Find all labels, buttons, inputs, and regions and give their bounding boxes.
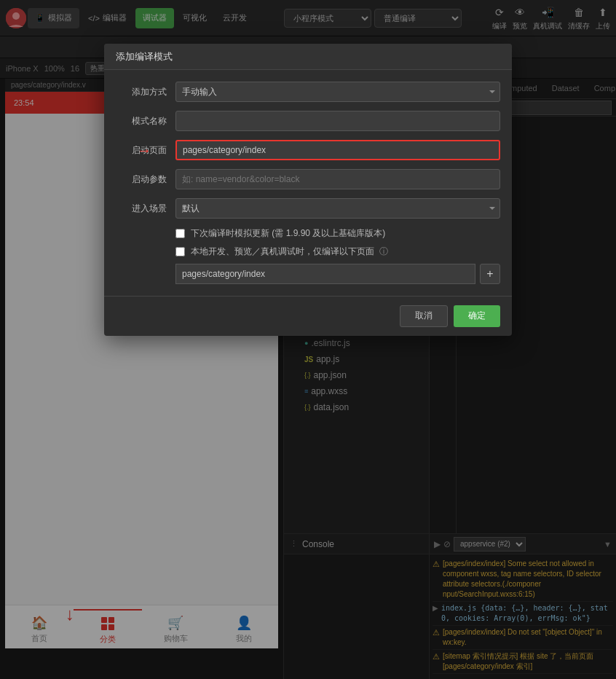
add-compile-mode-modal: 添加编译模式 添加方式 手动输入 模式名称 启动页面 → <box>104 44 512 336</box>
start-params-label: 启动参数 <box>116 173 167 186</box>
add-method-select[interactable]: 手动输入 <box>175 82 500 102</box>
add-method-label: 添加方式 <box>116 86 167 98</box>
modal-title: 添加编译模式 <box>116 50 173 63</box>
cancel-button[interactable]: 取消 <box>400 305 448 327</box>
modal-overlay: 添加编译模式 添加方式 手动输入 模式名称 启动页面 → <box>0 0 616 679</box>
compile-settings-label: 下次编译时模拟更新 (需 1.9.90 及以上基础库版本) <box>191 227 385 240</box>
modal-body: 添加方式 手动输入 模式名称 启动页面 → 启动参数 <box>104 70 512 296</box>
partial-compile-area: + <box>175 264 500 284</box>
compile-settings-checkbox[interactable] <box>175 229 185 238</box>
start-page-row: 启动页面 → <box>116 140 500 160</box>
partial-add-button[interactable]: + <box>480 264 500 284</box>
confirm-button[interactable]: 确定 <box>454 305 500 327</box>
enter-scene-label: 进入场景 <box>116 203 167 215</box>
enter-scene-row: 进入场景 默认 <box>116 198 500 219</box>
start-params-input[interactable] <box>175 169 500 189</box>
partial-compile-checkbox[interactable] <box>175 247 185 256</box>
modal-footer: 取消 确定 <box>104 296 512 336</box>
partial-compile-row: 本地开发、预览／真机调试时，仅编译以下页面 ⓘ <box>116 246 500 258</box>
enter-scene-select[interactable]: 默认 <box>175 198 500 219</box>
partial-compile-input[interactable] <box>175 264 475 284</box>
start-page-input[interactable] <box>175 140 500 160</box>
mode-name-input[interactable] <box>175 111 500 131</box>
start-page-label: 启动页面 <box>116 144 167 157</box>
start-params-row: 启动参数 <box>116 169 500 189</box>
help-icon: ⓘ <box>379 246 388 256</box>
add-method-row: 添加方式 手动输入 <box>116 82 500 102</box>
mode-name-label: 模式名称 <box>116 115 167 127</box>
compile-settings-row: 下次编译时模拟更新 (需 1.9.90 及以上基础库版本) <box>116 227 500 240</box>
modal-title-bar: 添加编译模式 <box>104 44 512 70</box>
partial-compile-label: 本地开发、预览／真机调试时，仅编译以下页面 ⓘ <box>191 246 388 258</box>
mode-name-row: 模式名称 <box>116 111 500 131</box>
